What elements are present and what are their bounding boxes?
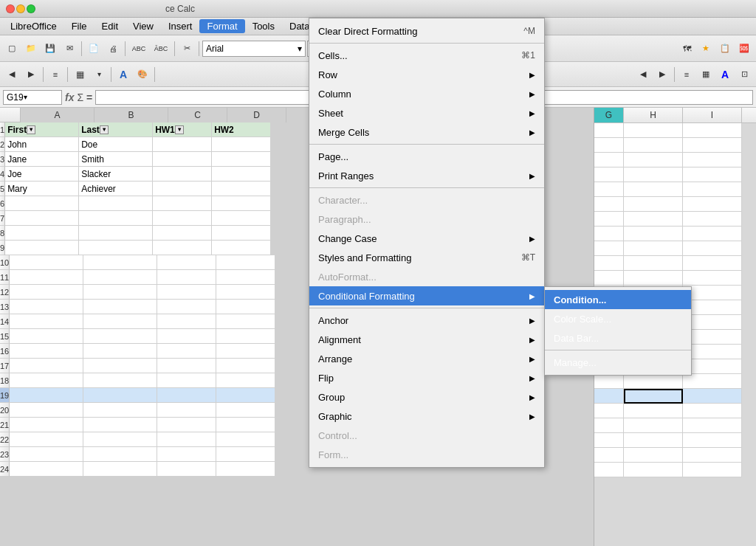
filter-B1[interactable]: ▾ <box>100 125 109 134</box>
cell-A2[interactable]: John <box>5 137 79 152</box>
menu-alignment[interactable]: Alignment ▶ <box>309 330 544 349</box>
cell-reference-box[interactable]: G19 ▾ <box>3 90 62 105</box>
menu-sheet[interactable]: Sheet ▶ <box>309 103 544 122</box>
indent-left-btn[interactable]: ◀ <box>3 66 21 83</box>
borders-btn[interactable]: ▦ <box>71 66 89 83</box>
cell-B1[interactable]: Last ▾ <box>79 122 153 137</box>
cell-B4[interactable]: Slacker <box>79 167 153 182</box>
cell-C2[interactable] <box>153 137 212 152</box>
col-header-G[interactable]: G <box>594 108 624 122</box>
indent-right-btn[interactable]: ▶ <box>22 66 40 83</box>
cell-ref-arrow[interactable]: ▾ <box>24 93 27 101</box>
menu-conditional[interactable]: Conditional Formatting ▶ Condition... Co… <box>309 286 544 305</box>
col-header-D[interactable]: D <box>227 108 286 122</box>
menu-file[interactable]: File <box>64 19 94 33</box>
cell-C1[interactable]: HW1 ▾ <box>153 122 212 137</box>
menu-anchor[interactable]: Anchor ▶ <box>309 311 544 330</box>
maximize-button[interactable] <box>27 4 35 13</box>
cell-D1[interactable]: HW2 <box>212 122 271 137</box>
font-color-btn[interactable]: A <box>114 66 132 83</box>
menu-control: Control... <box>309 426 544 445</box>
col-header-H[interactable]: H <box>624 108 683 122</box>
copy-btn[interactable]: 📋 <box>716 40 734 58</box>
cell-B5[interactable]: Achiever <box>79 182 153 196</box>
cell-C19[interactable] <box>157 388 216 403</box>
menu-flip-arrow: ▶ <box>529 374 535 382</box>
print-btn[interactable]: 🖨 <box>104 40 122 58</box>
bg-color-btn[interactable]: 🎨 <box>134 66 151 83</box>
r-borders-btn[interactable]: ▦ <box>697 66 715 83</box>
menu-arrange[interactable]: Arrange ▶ <box>309 349 544 368</box>
menu-styles[interactable]: Styles and Formatting ⌘T <box>309 248 544 267</box>
cell-B19[interactable] <box>83 388 157 403</box>
cell-A3[interactable]: Jane <box>5 152 79 167</box>
submenu-condition[interactable]: Condition... <box>545 290 691 309</box>
menu-print-ranges[interactable]: Print Ranges ▶ <box>309 166 544 185</box>
spellcheck2-btn[interactable]: ĀBC <box>151 40 171 58</box>
menu-group[interactable]: Group ▶ <box>309 387 544 407</box>
r-align-btn[interactable]: ≡ <box>678 66 695 83</box>
filter-C1[interactable]: ▾ <box>175 125 184 134</box>
font-name-selector[interactable]: Arial ▾ <box>202 41 306 57</box>
list-item <box>594 374 756 389</box>
col-header-B[interactable]: B <box>94 108 168 122</box>
cut-btn[interactable]: ✂ <box>178 40 196 58</box>
navigator-btn[interactable]: 🗺 <box>678 40 695 58</box>
menu-merge-cells[interactable]: Merge Cells ▶ <box>309 122 544 142</box>
equals-icon[interactable]: = <box>86 91 92 103</box>
cell-B2[interactable]: Doe <box>79 137 153 152</box>
menu-column[interactable]: Column ▶ <box>309 84 544 103</box>
menu-page[interactable]: Page... <box>309 147 544 166</box>
cell-C5[interactable] <box>153 182 212 196</box>
highlight-arrow-btn[interactable]: ▾ <box>90 66 108 83</box>
submenu-data-bar[interactable]: Data Bar... <box>545 328 691 348</box>
cell-D2[interactable] <box>212 137 271 152</box>
r-indent2-btn[interactable]: ▶ <box>653 66 671 83</box>
r-indent-btn[interactable]: ◀ <box>634 66 652 83</box>
r-merge-btn[interactable]: ⊡ <box>735 66 753 83</box>
align-left-btn[interactable]: ≡ <box>47 66 64 83</box>
menu-flip[interactable]: Flip ▶ <box>309 368 544 387</box>
pdf-btn[interactable]: 📄 <box>85 40 103 58</box>
spellcheck-btn[interactable]: ABC <box>128 40 149 58</box>
menu-row[interactable]: Row ▶ <box>309 65 544 84</box>
col-header-C[interactable]: C <box>168 108 227 122</box>
cell-D5[interactable] <box>212 182 271 196</box>
filter-A1[interactable]: ▾ <box>27 125 35 134</box>
cell-A1[interactable]: First ▾ <box>5 122 79 137</box>
sigma-icon[interactable]: Σ <box>77 91 83 103</box>
col-header-A[interactable]: A <box>21 108 94 122</box>
cell-D3[interactable] <box>212 152 271 167</box>
col-header-I[interactable]: I <box>683 108 742 122</box>
menu-format[interactable]: Format <box>199 19 244 33</box>
menu-change-case[interactable]: Change Case ▶ <box>309 229 544 248</box>
cell-D19[interactable] <box>216 388 275 403</box>
cell-A4[interactable]: Joe <box>5 167 79 182</box>
menu-graphic[interactable]: Graphic ▶ <box>309 407 544 426</box>
cell-C4[interactable] <box>153 167 212 182</box>
menu-insert[interactable]: Insert <box>161 19 200 33</box>
star-btn[interactable]: ★ <box>697 40 715 58</box>
menu-edit[interactable]: Edit <box>94 19 126 33</box>
function-icon[interactable]: fx <box>65 91 74 103</box>
cell-D4[interactable] <box>212 167 271 182</box>
lifesaver-btn[interactable]: 🆘 <box>735 40 753 58</box>
email-btn[interactable]: ✉ <box>61 40 78 58</box>
menu-cells[interactable]: Cells... ⌘1 <box>309 46 544 65</box>
submenu-color-scale[interactable]: Color Scale... <box>545 309 691 328</box>
r-highlight-btn[interactable]: A <box>716 66 734 83</box>
cell-B3[interactable]: Smith <box>79 152 153 167</box>
cell-A19[interactable] <box>10 388 83 403</box>
submenu-manage[interactable]: Manage... <box>545 353 691 372</box>
close-button[interactable] <box>6 4 15 13</box>
menu-libreoffice[interactable]: LibreOffice <box>3 19 64 33</box>
menu-tools[interactable]: Tools <box>245 19 282 33</box>
cell-A5[interactable]: Mary <box>5 182 79 196</box>
save-btn[interactable]: 💾 <box>41 40 59 58</box>
new-btn[interactable]: ▢ <box>3 40 21 58</box>
minimize-button[interactable] <box>16 4 25 13</box>
menu-view[interactable]: View <box>126 19 161 33</box>
open-btn[interactable]: 📁 <box>22 40 40 58</box>
menu-clear-direct[interactable]: Clear Direct Formatting ^M <box>309 21 544 41</box>
cell-C3[interactable] <box>153 152 212 167</box>
